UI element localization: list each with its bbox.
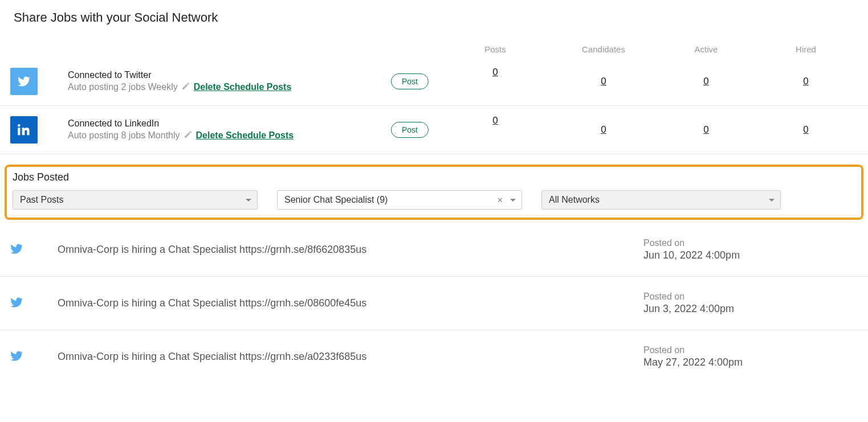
filter-network-select[interactable]: All Networks [541, 190, 781, 210]
posted-on-label: Posted on [643, 238, 854, 248]
filter-job-select[interactable]: Senior Chat Specialist (9) ✕ [277, 190, 522, 210]
post-button[interactable]: Post [391, 73, 429, 89]
delete-schedule-link[interactable]: Delete Schedule Posts [196, 130, 294, 141]
connected-label: Connected to Twitter [68, 70, 381, 80]
twitter-icon [10, 296, 47, 311]
edit-icon[interactable] [181, 81, 190, 93]
post-text: Omniva-Corp is hiring a Chat Specialist … [47, 351, 626, 363]
stat-posts[interactable]: 0 [438, 67, 552, 78]
posted-on-value: Jun 3, 2022 4:00pm [643, 303, 854, 315]
filter-network-value: All Networks [549, 195, 600, 205]
post-text: Omniva-Corp is hiring a Chat Specialist … [47, 244, 626, 256]
stat-active[interactable]: 0 [655, 124, 757, 136]
post-button[interactable]: Post [391, 122, 429, 138]
clear-icon[interactable]: ✕ [497, 196, 503, 204]
posted-on-value: Jun 10, 2022 4:00pm [643, 249, 854, 261]
linkedin-icon [10, 116, 38, 144]
stat-candidates[interactable]: 0 [552, 124, 655, 136]
chevron-down-icon [510, 199, 516, 202]
twitter-icon [10, 350, 47, 364]
posted-on-value: May 27, 2022 4:00pm [643, 357, 854, 368]
jobs-posted-title: Jobs Posted [13, 171, 855, 183]
col-hired: Hired [757, 44, 854, 54]
post-row: Omniva-Corp is hiring a Chat Specialist … [0, 223, 868, 277]
network-row-linkedin: Connected to LinkedIn Auto posting 8 job… [0, 106, 868, 154]
col-active: Active [655, 44, 757, 54]
schedule-text: Auto posting 8 jobs Monthly [68, 130, 180, 141]
col-posts: Posts [438, 44, 552, 54]
filter-scope-value: Past Posts [20, 195, 63, 205]
stat-active[interactable]: 0 [655, 76, 757, 87]
posted-on-label: Posted on [643, 345, 854, 355]
network-row-twitter: Connected to Twitter Auto posting 2 jobs… [0, 58, 868, 106]
edit-icon[interactable] [184, 130, 193, 141]
posted-on-label: Posted on [643, 292, 854, 302]
twitter-icon [10, 243, 47, 257]
filter-scope-select[interactable]: Past Posts [13, 190, 258, 210]
filter-job-value: Senior Chat Specialist (9) [284, 195, 388, 205]
chevron-down-icon [769, 199, 775, 202]
stats-header: Posts Candidates Active Hired [0, 31, 868, 58]
jobs-posted-section: Jobs Posted Past Posts Senior Chat Speci… [5, 165, 863, 220]
schedule-text: Auto posting 2 jobs Weekly [68, 82, 178, 92]
stat-hired[interactable]: 0 [757, 124, 854, 136]
chevron-down-icon [246, 199, 251, 202]
post-row: Omniva-Corp is hiring a Chat Specialist … [0, 277, 868, 330]
delete-schedule-link[interactable]: Delete Schedule Posts [194, 82, 292, 92]
stat-candidates[interactable]: 0 [552, 76, 655, 87]
stat-hired[interactable]: 0 [757, 76, 854, 87]
post-text: Omniva-Corp is hiring a Chat Specialist … [47, 297, 626, 309]
post-row: Omniva-Corp is hiring a Chat Specialist … [0, 330, 868, 383]
connected-label: Connected to LinkedIn [68, 118, 381, 129]
stat-posts[interactable]: 0 [438, 115, 552, 126]
col-candidates: Candidates [552, 44, 655, 54]
twitter-icon [10, 68, 38, 95]
page-title: Share Jobs with your Social Network [0, 0, 868, 31]
